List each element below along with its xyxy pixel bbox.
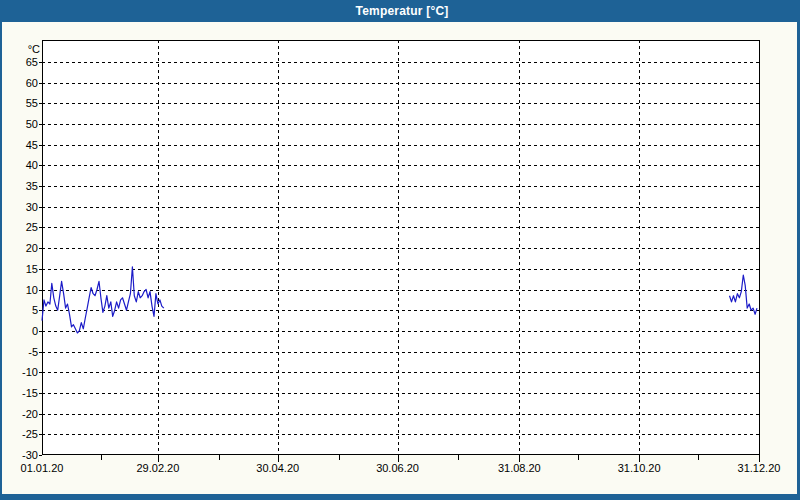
y-axis-tick-label: 30 (26, 201, 38, 213)
y-axis-tick-label: -25 (22, 428, 38, 440)
x-axis-tick-label: 29.02.20 (136, 462, 179, 474)
y-axis-tick-label: -15 (22, 387, 38, 399)
x-axis-tick-label: 31.10.20 (618, 462, 661, 474)
y-axis-tick-label: 50 (26, 118, 38, 130)
temperature-chart: °C65605550454035302520151050-5-10-15-20-… (2, 0, 800, 500)
x-axis-tick-label: 30.04.20 (256, 462, 299, 474)
plot-area (42, 40, 760, 455)
y-axis-tick-label: 25 (26, 221, 38, 233)
y-axis-tick-label: -10 (22, 366, 38, 378)
y-axis-tick-label: 5 (32, 304, 38, 316)
y-axis-tick-label: 45 (26, 139, 38, 151)
y-axis-tick-label: -20 (22, 408, 38, 420)
y-axis-tick-label: 55 (26, 97, 38, 109)
y-axis-tick-label: 0 (32, 325, 38, 337)
y-axis-tick-label: 20 (26, 242, 38, 254)
x-axis-tick-label: 31.08.20 (498, 462, 541, 474)
x-axis-tick-label: 31.12.20 (738, 462, 781, 474)
title-bar[interactable]: Temperatur [°C] (2, 0, 800, 22)
y-axis-unit-label: °C (28, 43, 40, 55)
y-axis-tick-label: 60 (26, 77, 38, 89)
y-axis-tick-label: 65 (26, 56, 38, 68)
window-title: Temperatur [°C] (356, 4, 449, 18)
chart-window: Temperatur [°C] °C6560555045403530252015… (0, 0, 800, 500)
y-axis-tick-label: 40 (26, 159, 38, 171)
x-axis-tick-label: 30.06.20 (376, 462, 419, 474)
y-axis-tick-label: 15 (26, 263, 38, 275)
y-axis-tick-label: 35 (26, 180, 38, 192)
x-axis-tick-label: 01.01.20 (21, 462, 64, 474)
y-axis-tick-label: -5 (28, 346, 38, 358)
y-axis-tick-label: -30 (22, 449, 38, 461)
y-axis-tick-label: 10 (26, 284, 38, 296)
